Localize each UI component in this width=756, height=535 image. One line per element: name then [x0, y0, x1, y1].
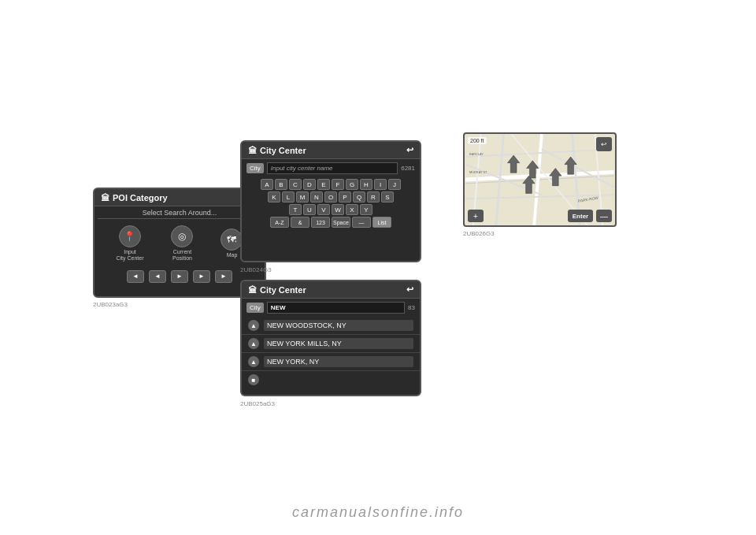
- key-Q[interactable]: Q: [353, 191, 365, 202]
- key-M[interactable]: M: [296, 191, 309, 202]
- key-O[interactable]: O: [324, 191, 337, 202]
- poi-icon-current[interactable]: ◎ CurrentPosition: [171, 225, 193, 262]
- kb-row-1: A B C D E F G H I J: [246, 179, 415, 190]
- key-T[interactable]: T: [289, 204, 302, 215]
- result-icon-2: ▲: [248, 338, 259, 349]
- screen-code-4: 2UB026G3: [463, 230, 495, 237]
- watermark: carmanualsonfine.info: [292, 504, 464, 521]
- map-back-button[interactable]: ↩: [596, 137, 612, 151]
- key-list[interactable]: List: [372, 217, 391, 228]
- key-Y[interactable]: Y: [360, 204, 372, 215]
- result-item-2[interactable]: ▲ NEW YORK MILLS, NY: [242, 335, 420, 353]
- key-R[interactable]: R: [367, 191, 380, 202]
- keyboard: A B C D E F G H I J K L M N O P Q R S T …: [242, 177, 420, 229]
- poi-title-icon: 🏛: [101, 193, 109, 202]
- input-city-icon: 📍: [119, 225, 141, 247]
- kb-row-2: K L M N O P Q R S: [246, 191, 415, 202]
- poi-icon-input[interactable]: 📍 InputCity Center: [116, 225, 143, 262]
- result-item-3[interactable]: ▲ NEW YORK, NY: [242, 353, 420, 371]
- key-D[interactable]: D: [303, 179, 316, 190]
- key-C[interactable]: C: [289, 179, 302, 190]
- city-kb-title-icon: 🏛: [248, 146, 257, 155]
- key-dash[interactable]: —: [352, 217, 371, 228]
- poi-subtitle: Select Search Around...: [94, 206, 265, 218]
- nav-btn-3[interactable]: ►: [171, 270, 188, 283]
- key-W[interactable]: W: [332, 204, 344, 215]
- city-keyboard-screen: 🏛 City Center ↩ City Input city center n…: [240, 140, 421, 262]
- key-A[interactable]: A: [261, 179, 273, 190]
- result-icon-3: ▲: [248, 356, 259, 367]
- poi-icons-row: 📍 InputCity Center ◎ CurrentPosition 🗺 M…: [94, 219, 265, 266]
- nav-btn-1[interactable]: ◄: [127, 270, 144, 283]
- poi-title-text: POI Category: [113, 193, 168, 202]
- map-label: Map: [227, 252, 238, 258]
- svg-text:BARCLAY: BARCLAY: [469, 153, 484, 156]
- kb-row-bottom: A-Z & 123 Space — List: [246, 217, 415, 228]
- poi-title-bar: 🏛 POI Category ↩: [94, 189, 265, 206]
- poi-title-left: 🏛 POI Category: [101, 193, 168, 202]
- key-H[interactable]: H: [360, 179, 372, 190]
- key-P[interactable]: P: [339, 191, 351, 202]
- screen-code-3: 2UB025aG3: [240, 400, 275, 407]
- key-J[interactable]: J: [388, 179, 401, 190]
- city-res-count: 83: [408, 304, 415, 311]
- key-X[interactable]: X: [346, 204, 358, 215]
- city-res-back-icon[interactable]: ↩: [406, 284, 413, 295]
- screen-code-2: 2UB024G3: [240, 266, 272, 273]
- city-tag-1: City: [246, 163, 264, 173]
- city-results-screen: 🏛 City Center ↩ City NEW 83 ▲ NEW WOODST…: [240, 280, 421, 396]
- result-text-3: NEW YORK, NY: [264, 356, 413, 367]
- result-item-4[interactable]: ■: [242, 371, 420, 388]
- input-city-label: InputCity Center: [116, 249, 143, 262]
- map-minus-button[interactable]: —: [596, 210, 612, 222]
- key-E[interactable]: E: [317, 179, 330, 190]
- city-res-title-icon: 🏛: [248, 285, 257, 295]
- result-text-2: NEW YORK MILLS, NY: [264, 338, 413, 349]
- key-B[interactable]: B: [275, 179, 287, 190]
- map-enter-button[interactable]: Enter: [568, 210, 593, 222]
- city-kb-title-text: City Center: [260, 146, 306, 155]
- kb-row-3: T U V W X Y: [246, 204, 415, 215]
- key-K[interactable]: K: [268, 191, 280, 202]
- key-123[interactable]: 123: [311, 217, 330, 228]
- city-kb-title-bar: 🏛 City Center ↩: [242, 142, 420, 159]
- city-kb-back-icon[interactable]: ↩: [406, 145, 413, 155]
- nav-btn-4[interactable]: ►: [193, 270, 210, 283]
- key-az[interactable]: A-Z: [270, 217, 289, 228]
- city-kb-input-row: City Input city center name 6281: [242, 159, 420, 177]
- key-S[interactable]: S: [381, 191, 394, 202]
- map-zoom-label: 200 ft: [468, 137, 487, 144]
- result-icon-1: ▲: [248, 320, 259, 331]
- key-F[interactable]: F: [332, 179, 344, 190]
- current-position-label: CurrentPosition: [172, 249, 192, 262]
- key-I[interactable]: I: [374, 179, 387, 190]
- result-item-1[interactable]: ▲ NEW WOODSTOCK, NY: [242, 317, 420, 335]
- key-U[interactable]: U: [303, 204, 316, 215]
- current-position-icon: ◎: [171, 225, 193, 247]
- svg-text:MURRAY ST: MURRAY ST: [469, 171, 487, 174]
- city-kb-title-left: 🏛 City Center: [248, 146, 306, 155]
- map-plus-button[interactable]: +: [468, 210, 484, 222]
- result-text-1: NEW WOODSTOCK, NY: [264, 320, 413, 331]
- city-kb-count: 6281: [401, 165, 415, 172]
- poi-nav-row: ◄ ◄ ► ► ►: [94, 266, 265, 288]
- nav-btn-5[interactable]: ►: [215, 270, 232, 283]
- city-tag-2: City: [246, 303, 264, 313]
- city-res-title-text: City Center: [260, 285, 306, 295]
- key-L[interactable]: L: [282, 191, 295, 202]
- screen-code-1: 2UB023aG3: [93, 301, 128, 308]
- result-icon-4: ■: [248, 374, 259, 385]
- map-screen: PARK-ROW MURRAY ST BARCLAY 200 ft ↩ + En…: [463, 132, 617, 227]
- city-res-title-left: 🏛 City Center: [248, 285, 306, 295]
- city-res-input-row: City NEW 83: [242, 299, 420, 317]
- city-kb-input[interactable]: Input city center name: [267, 162, 398, 174]
- key-amp[interactable]: &: [291, 217, 309, 228]
- nav-btn-2[interactable]: ◄: [149, 270, 166, 283]
- key-space[interactable]: Space: [332, 217, 350, 228]
- key-N[interactable]: N: [310, 191, 323, 202]
- key-V[interactable]: V: [317, 204, 330, 215]
- city-res-input[interactable]: NEW: [267, 302, 405, 314]
- key-G[interactable]: G: [346, 179, 358, 190]
- city-res-title-bar: 🏛 City Center ↩: [242, 281, 420, 299]
